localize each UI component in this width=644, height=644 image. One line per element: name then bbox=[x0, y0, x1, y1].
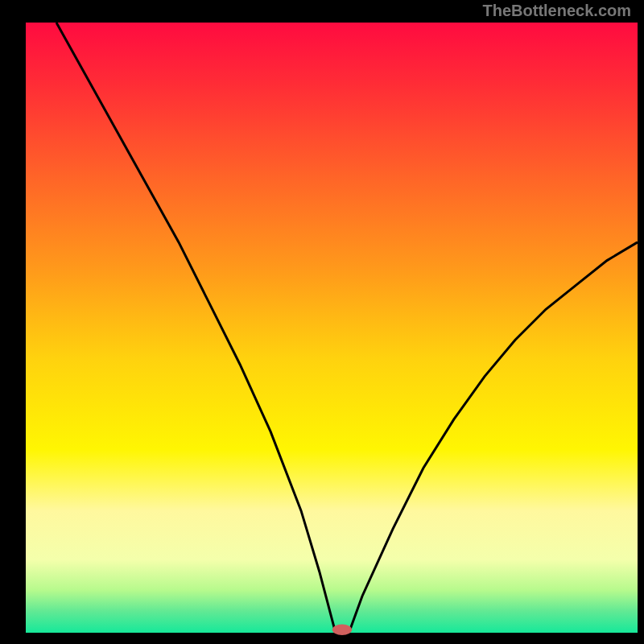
chart-container: TheBottleneck.com bbox=[0, 0, 644, 644]
bottleneck-chart bbox=[0, 0, 644, 644]
gradient-background bbox=[26, 23, 638, 633]
attribution-text: TheBottleneck.com bbox=[483, 2, 631, 20]
bottleneck-marker bbox=[332, 624, 352, 635]
